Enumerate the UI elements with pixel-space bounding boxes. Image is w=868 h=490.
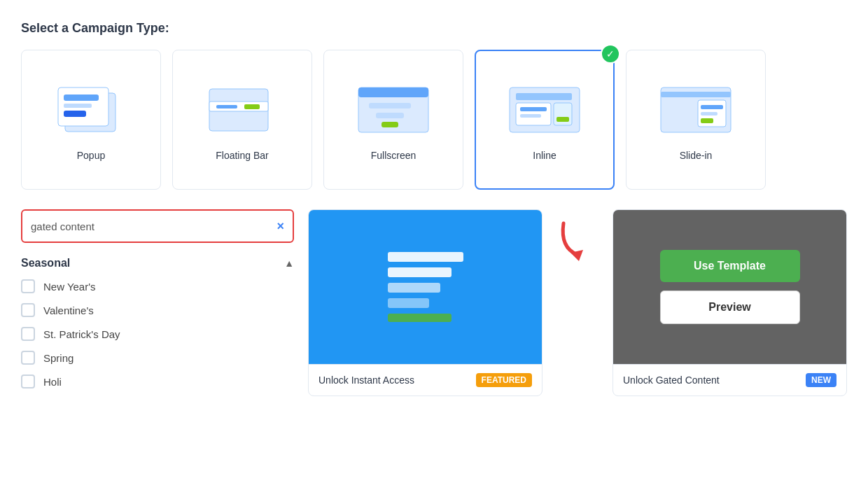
campaign-card-popup-label: Popup bbox=[77, 150, 105, 161]
svg-rect-26 bbox=[701, 118, 713, 123]
search-input[interactable] bbox=[31, 220, 276, 232]
svg-rect-22 bbox=[661, 92, 731, 97]
checkbox-new-years[interactable] bbox=[21, 279, 35, 293]
checkbox-spring[interactable] bbox=[21, 351, 35, 365]
svg-rect-17 bbox=[520, 107, 547, 111]
seasonal-section: Seasonal ▲ New Year's Valentine's St. Pa… bbox=[21, 257, 294, 388]
arrow-icon bbox=[556, 209, 598, 265]
checkbox-st-patricks[interactable] bbox=[21, 327, 35, 341]
template-card-footer-1: Unlock Instant Access FEATURED bbox=[309, 364, 542, 396]
svg-rect-12 bbox=[376, 113, 404, 118]
svg-rect-2 bbox=[64, 94, 99, 101]
preview-bar-2 bbox=[388, 267, 452, 277]
inline-preview-illustration bbox=[377, 241, 475, 333]
campaign-card-slide-in-label: Slide-in bbox=[680, 150, 713, 161]
seasonal-section-header[interactable]: Seasonal ▲ bbox=[21, 257, 294, 270]
svg-rect-18 bbox=[520, 114, 541, 118]
campaign-card-inline[interactable]: ✓ Inline bbox=[475, 50, 615, 190]
campaign-card-slide-in[interactable]: Slide-in bbox=[626, 50, 766, 190]
bottom-area: × Seasonal ▲ New Year's Valentine's St. … bbox=[21, 209, 847, 398]
sidebar: × Seasonal ▲ New Year's Valentine's St. … bbox=[21, 209, 294, 398]
popup-icon bbox=[52, 82, 130, 138]
template-badge-featured: FEATURED bbox=[476, 373, 532, 387]
page-title: Select a Campaign Type: bbox=[21, 21, 847, 36]
svg-rect-15 bbox=[516, 93, 572, 100]
filter-label-st-patricks: St. Patrick's Day bbox=[43, 328, 120, 340]
filter-item-valentines[interactable]: Valentine's bbox=[21, 303, 294, 317]
svg-rect-8 bbox=[244, 104, 260, 109]
seasonal-title: Seasonal bbox=[21, 257, 70, 270]
template-card-footer-2: Unlock Gated Content NEW bbox=[613, 364, 846, 396]
filter-label-spring: Spring bbox=[43, 352, 74, 364]
fullscreen-icon bbox=[355, 82, 432, 138]
template-badge-new: NEW bbox=[806, 373, 836, 387]
filter-item-new-years[interactable]: New Year's bbox=[21, 279, 294, 293]
template-hover-overlay: Use Template Preview bbox=[613, 210, 846, 364]
clear-search-button[interactable]: × bbox=[276, 219, 284, 234]
search-box[interactable]: × bbox=[21, 209, 294, 243]
preview-bar-4 bbox=[388, 298, 429, 308]
template-name-2: Unlock Gated Content bbox=[623, 374, 720, 386]
svg-rect-13 bbox=[382, 122, 398, 127]
svg-rect-3 bbox=[64, 104, 92, 108]
checkbox-valentines[interactable] bbox=[21, 303, 35, 317]
campaign-card-floating-bar-label: Floating Bar bbox=[216, 150, 268, 161]
svg-rect-4 bbox=[64, 111, 86, 117]
preview-button[interactable]: Preview bbox=[660, 290, 800, 324]
svg-rect-7 bbox=[216, 105, 237, 108]
checkbox-holi[interactable] bbox=[21, 374, 35, 388]
floating-bar-icon bbox=[204, 82, 281, 138]
template-card-unlock-gated-content[interactable]: Use Template Preview Unlock Gated Conten… bbox=[612, 209, 847, 396]
chevron-up-icon: ▲ bbox=[284, 258, 294, 269]
campaign-types-row: Popup Floating Bar Fullscreen bbox=[21, 50, 847, 190]
template-preview-dark: Use Template Preview bbox=[613, 210, 846, 364]
campaign-card-floating-bar[interactable]: Floating Bar bbox=[172, 50, 312, 190]
filter-item-st-patricks[interactable]: St. Patrick's Day bbox=[21, 327, 294, 341]
template-name-1: Unlock Instant Access bbox=[318, 374, 414, 386]
svg-rect-24 bbox=[701, 105, 723, 109]
campaign-card-fullscreen-label: Fullscreen bbox=[371, 150, 416, 161]
svg-rect-19 bbox=[554, 103, 572, 125]
campaign-card-popup[interactable]: Popup bbox=[21, 50, 161, 190]
slide-in-icon bbox=[657, 82, 734, 138]
arrow-container bbox=[556, 209, 598, 265]
svg-rect-25 bbox=[701, 112, 718, 115]
preview-bar-green bbox=[388, 314, 452, 322]
use-template-button[interactable]: Use Template bbox=[660, 250, 800, 282]
selected-check-badge: ✓ bbox=[601, 44, 620, 64]
templates-area: Unlock Instant Access FEATURED Use Templ… bbox=[308, 209, 847, 398]
filter-label-holi: Holi bbox=[43, 376, 62, 388]
filter-item-holi[interactable]: Holi bbox=[21, 374, 294, 388]
filter-item-spring[interactable]: Spring bbox=[21, 351, 294, 365]
filter-label-valentines: Valentine's bbox=[43, 304, 94, 316]
svg-rect-20 bbox=[556, 117, 569, 122]
campaign-card-fullscreen[interactable]: Fullscreen bbox=[323, 50, 463, 190]
campaign-card-inline-label: Inline bbox=[533, 150, 556, 161]
svg-rect-11 bbox=[369, 103, 411, 108]
preview-bar-1 bbox=[388, 252, 463, 262]
inline-icon bbox=[506, 82, 583, 138]
template-card-unlock-instant-access[interactable]: Unlock Instant Access FEATURED bbox=[308, 209, 542, 396]
svg-rect-10 bbox=[358, 88, 428, 97]
template-preview-blue bbox=[309, 210, 542, 364]
filter-label-new-years: New Year's bbox=[43, 281, 96, 293]
preview-bar-3 bbox=[388, 283, 441, 293]
